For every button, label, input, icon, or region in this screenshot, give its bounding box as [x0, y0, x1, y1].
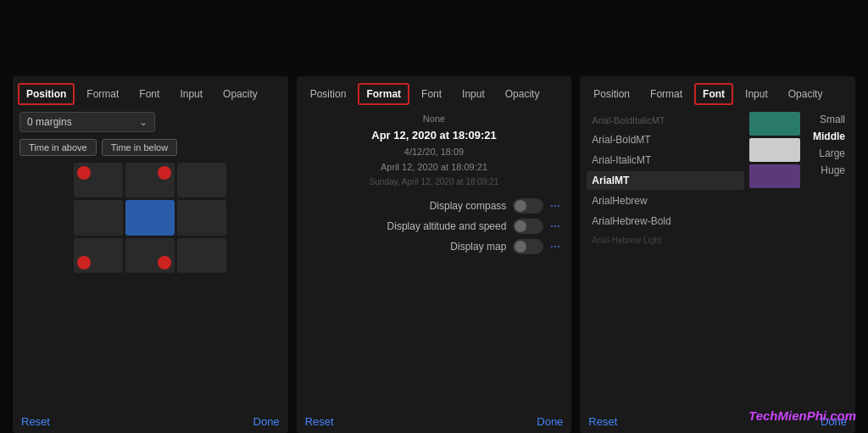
tab-format-1[interactable]: Format — [78, 83, 127, 105]
font-arial-bold[interactable]: Arial-BoldMT — [587, 130, 743, 149]
position-grid — [74, 163, 226, 273]
grid-cell-br[interactable] — [177, 238, 226, 273]
font-arial-bolditalic[interactable]: Arial-BoldItalicMT — [587, 112, 743, 129]
date-short[interactable]: 4/12/20, 18:09 — [401, 145, 467, 158]
dots-altitude-icon[interactable]: ⋯ — [550, 220, 561, 232]
margin-select-row: 0 margins ⌄ — [19, 112, 281, 132]
toggle-altitude-label: Display altitude and speed — [307, 220, 507, 232]
font-panel-inner: Arial-BoldItalicMT Arial-BoldMT Arial-It… — [587, 112, 849, 248]
toggle-map[interactable] — [513, 239, 543, 254]
watermark: TechMienPhi.com — [748, 408, 856, 423]
color-swatch-teal[interactable] — [749, 112, 800, 136]
tab-format-3[interactable]: Format — [642, 83, 691, 105]
color-column — [749, 112, 800, 248]
toggle-compass[interactable] — [513, 198, 543, 214]
tab-position-3[interactable]: Position — [585, 83, 638, 105]
date-medium[interactable]: April 12, 2020 at 18:09:21 — [377, 160, 491, 174]
reset-button-3[interactable]: Reset — [588, 415, 617, 428]
size-middle[interactable]: Middle — [813, 129, 845, 144]
panel3-content: Arial-BoldItalicMT Arial-BoldMT Arial-It… — [580, 105, 855, 407]
toggle-compass-label: Display compass — [307, 200, 507, 212]
grid-cell-bc[interactable] — [125, 238, 175, 273]
reset-button-2[interactable]: Reset — [305, 415, 334, 428]
grid-cell-mc[interactable] — [125, 200, 175, 235]
panel-format: Position Format Font Input Opacity None … — [297, 76, 572, 433]
tabs-row-3: Position Format Font Input Opacity — [580, 76, 855, 105]
grid-cell-tc[interactable] — [125, 163, 175, 197]
tab-position-1[interactable]: Position — [18, 83, 75, 105]
margin-value: 0 margins — [27, 116, 72, 128]
panel-font: Position Format Font Input Opacity Arial… — [580, 76, 855, 433]
tabs-row-1: Position Format Font Input Opacity — [13, 76, 288, 105]
font-arialhebrew[interactable]: ArialHebrew — [587, 192, 743, 210]
size-large[interactable]: Large — [813, 146, 845, 161]
grid-cell-tr[interactable] — [177, 163, 226, 197]
toggle-map-label: Display map — [307, 241, 507, 253]
panel-position: Position Format Font Input Opacity 0 mar… — [13, 76, 288, 433]
toggle-altitude-row: Display altitude and speed ⋯ — [303, 219, 565, 234]
tab-opacity-2[interactable]: Opacity — [497, 83, 548, 105]
dots-compass-icon[interactable]: ⋯ — [550, 200, 561, 212]
red-dot-tc — [158, 166, 171, 180]
grid-cell-bl[interactable] — [74, 238, 123, 273]
dots-map-icon[interactable]: ⋯ — [550, 241, 561, 253]
tabs-row-2: Position Format Font Input Opacity — [297, 76, 572, 105]
date-long[interactable]: Sunday, April 12, 2020 at 18:09:21 — [366, 175, 503, 188]
tab-opacity-1[interactable]: Opacity — [214, 83, 266, 105]
red-dot-bl — [77, 256, 91, 269]
panel1-content: 0 margins ⌄ Time in above Time in below — [13, 105, 288, 407]
font-arialhebrew-light[interactable]: Arial-Hebrew Light — [587, 232, 743, 248]
tab-position-2[interactable]: Position — [302, 83, 355, 105]
font-list: Arial-BoldItalicMT Arial-BoldMT Arial-It… — [587, 112, 743, 248]
tab-font-3[interactable]: Font — [694, 83, 733, 105]
font-arial[interactable]: ArialMT — [587, 171, 743, 190]
tab-opacity-3[interactable]: Opacity — [780, 83, 832, 105]
color-swatch-purple[interactable] — [749, 164, 800, 188]
panel2-footer: Reset Done — [297, 410, 572, 433]
red-dot-tl — [77, 166, 91, 180]
size-small[interactable]: Small — [813, 112, 845, 127]
size-options: Small Middle Large Huge — [813, 112, 849, 248]
tab-format-2[interactable]: Format — [358, 83, 409, 105]
panel2-content: None Apr 12, 2020 at 18:09:21 4/12/20, 1… — [297, 105, 572, 407]
tab-input-1[interactable]: Input — [171, 83, 211, 105]
margin-select[interactable]: 0 margins ⌄ — [19, 112, 155, 132]
done-button-1[interactable]: Done — [253, 415, 280, 428]
date-full[interactable]: Apr 12, 2020 at 18:09:21 — [368, 127, 499, 143]
grid-cell-mr[interactable] — [177, 200, 226, 235]
red-dot-bc — [158, 256, 171, 269]
toggle-map-row: Display map ⋯ — [303, 239, 565, 254]
panels-container: Position Format Font Input Opacity 0 mar… — [0, 0, 868, 433]
done-button-2[interactable]: Done — [537, 415, 563, 428]
time-buttons: Time in above Time in below — [19, 139, 281, 156]
tab-input-3[interactable]: Input — [737, 83, 776, 105]
date-none[interactable]: None — [420, 112, 448, 125]
color-swatch-light[interactable] — [749, 138, 800, 162]
reset-button-1[interactable]: Reset — [21, 415, 50, 428]
grid-cell-ml[interactable] — [74, 200, 123, 235]
tab-input-2[interactable]: Input — [453, 83, 493, 105]
size-huge[interactable]: Huge — [813, 163, 845, 178]
time-below-button[interactable]: Time in below — [102, 139, 177, 156]
format-dates: None Apr 12, 2020 at 18:09:21 4/12/20, 1… — [303, 112, 565, 188]
panel1-footer: Reset Done — [13, 410, 288, 433]
grid-cell-tl[interactable] — [74, 163, 123, 197]
toggle-compass-row: Display compass ⋯ — [303, 198, 565, 214]
time-above-button[interactable]: Time in above — [19, 139, 97, 156]
tab-font-1[interactable]: Font — [131, 83, 168, 105]
font-arial-italic[interactable]: Arial-ItalicMT — [587, 151, 743, 169]
chevron-icon: ⌄ — [139, 116, 147, 128]
toggle-altitude[interactable] — [513, 219, 543, 234]
tab-font-2[interactable]: Font — [413, 83, 450, 105]
font-arialhebrew-bold[interactable]: ArialHebrew-Bold — [587, 212, 743, 230]
